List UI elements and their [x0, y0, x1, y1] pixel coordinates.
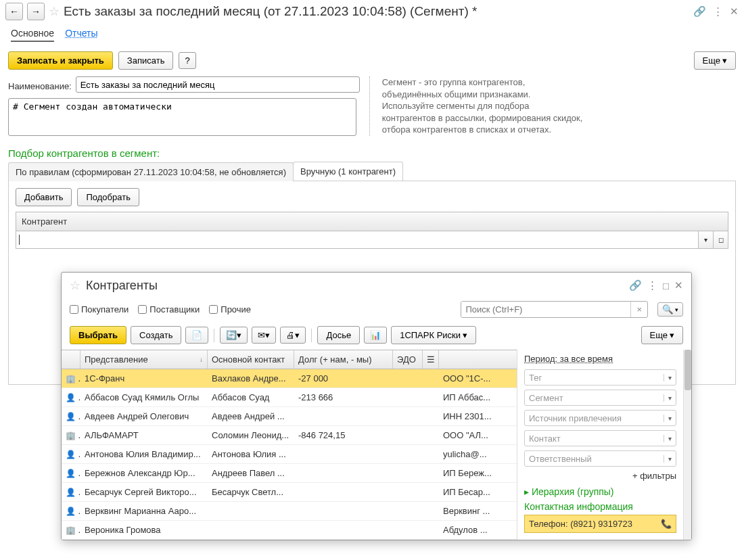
- select-button[interactable]: Выбрать: [70, 326, 126, 344]
- nav-back-button[interactable]: ←: [5, 3, 23, 20]
- cell-debt: -213 666: [294, 388, 393, 393]
- scrollbar[interactable]: [683, 350, 691, 393]
- dossier-button[interactable]: Досье: [317, 326, 360, 344]
- create-button[interactable]: Создать: [131, 326, 181, 344]
- spark-button[interactable]: 1СПАРК Риски▾: [391, 326, 476, 344]
- refresh-button[interactable]: 🔄▾: [220, 327, 248, 344]
- sort-down-icon: ↓: [200, 356, 203, 363]
- page-title: Есть заказы за последний месяц (от 27.11…: [64, 4, 689, 19]
- add-button[interactable]: Добавить: [16, 188, 72, 206]
- open-button[interactable]: ◻: [713, 231, 728, 248]
- table-row[interactable]: 👤Аббасов Суад Кямиль ОглыАббасов Суад-21…: [62, 388, 517, 393]
- dialog-more-button[interactable]: Еще▾: [641, 326, 683, 344]
- dialog-close-icon[interactable]: ✕: [674, 279, 683, 291]
- search-input[interactable]: [461, 302, 630, 317]
- filter-pane: Период: за все время Тег▾ Сегмент▾ Источ…: [517, 350, 683, 393]
- cell-contact: Вахлаков Андре...: [208, 369, 294, 388]
- cell-contact: Аббасов Суад: [208, 388, 294, 393]
- tab-main[interactable]: Основное: [11, 26, 54, 42]
- nav-forward-button[interactable]: →: [27, 3, 45, 20]
- other-checkbox[interactable]: Прочие: [209, 304, 251, 314]
- name-input[interactable]: [76, 76, 360, 93]
- pick-button[interactable]: Подобрать: [77, 188, 139, 206]
- link-icon[interactable]: 🔗: [693, 5, 706, 18]
- dialog-link-icon[interactable]: 🔗: [629, 279, 642, 291]
- chevron-down-icon: ▾: [675, 306, 678, 313]
- counterparty-input[interactable]: [20, 231, 141, 248]
- tab-reports[interactable]: Отчеты: [65, 26, 97, 42]
- grid-column-header: Контрагент: [16, 212, 728, 231]
- search-box: ×: [461, 301, 648, 318]
- building-icon: 🏢: [66, 374, 75, 383]
- subtab-rules[interactable]: По правилам (сформирован 27.11.2023 10:0…: [8, 162, 294, 181]
- close-icon[interactable]: ✕: [730, 5, 739, 18]
- dialog-title: Контрагенты: [86, 279, 624, 293]
- col-contact[interactable]: Основной контакт: [208, 350, 294, 369]
- dialog-kebab-icon[interactable]: ⋮: [647, 279, 657, 291]
- name-label: Наименование:: [8, 78, 72, 91]
- suppliers-checkbox[interactable]: Поставщики: [138, 304, 200, 314]
- chevron-down-icon: ▾: [463, 330, 467, 340]
- col-name[interactable]: Представление↓: [80, 350, 208, 369]
- cell-ext: ИП Аббас...: [439, 388, 505, 393]
- kebab-menu-icon[interactable]: ⋮: [713, 5, 723, 18]
- search-icon: 🔍: [662, 304, 674, 314]
- table-row[interactable]: 🏢1С-ФранчВахлаков Андре...-27 000ООО "1С…: [62, 369, 517, 388]
- section-title: Подбор контрагентов в сегмент:: [0, 141, 744, 162]
- period-link[interactable]: Период: за все время: [524, 354, 676, 364]
- help-button[interactable]: ?: [179, 52, 195, 69]
- subtab-manual[interactable]: Вручную (1 контрагент): [293, 162, 403, 181]
- search-clear-icon[interactable]: ×: [630, 302, 647, 317]
- col-icon[interactable]: [62, 350, 80, 369]
- col-edo[interactable]: ЭДО: [393, 350, 423, 369]
- cell-ext: ООО "1С-...: [439, 369, 505, 388]
- filter-tag[interactable]: Тег▾: [524, 369, 676, 386]
- print-button[interactable]: 🖨▾: [280, 327, 306, 344]
- description-textarea[interactable]: [8, 98, 356, 136]
- chevron-down-icon: ▾: [670, 330, 674, 340]
- col-ext[interactable]: [439, 350, 505, 369]
- chevron-down-icon: ▾: [722, 55, 727, 66]
- scrollbar-thumb[interactable]: [684, 350, 691, 390]
- favorite-star-icon[interactable]: ☆: [49, 4, 60, 19]
- search-button[interactable]: 🔍▾: [657, 302, 683, 317]
- chevron-down-icon[interactable]: ▾: [664, 374, 676, 381]
- tree-button[interactable]: 📊: [364, 327, 387, 344]
- dialog-star-icon[interactable]: ☆: [70, 278, 80, 293]
- counterparties-dialog: ☆ Контрагенты 🔗 ⋮ □ ✕ Покупатели Поставщ…: [61, 272, 692, 393]
- hint-text: Сегмент - это группа контрагентов, объед…: [382, 76, 585, 136]
- dropdown-button[interactable]: ▾: [698, 231, 713, 248]
- counterparties-grid: Представление↓ Основной контакт Долг (+ …: [62, 350, 517, 393]
- copy-button[interactable]: 📄: [185, 327, 208, 344]
- save-button[interactable]: Записать: [118, 51, 174, 70]
- mail-button[interactable]: ✉▾: [252, 327, 276, 344]
- filter-segment[interactable]: Сегмент▾: [524, 390, 676, 393]
- dialog-maximize-icon[interactable]: □: [663, 280, 669, 291]
- col-debt[interactable]: Долг (+ нам, - мы): [294, 350, 393, 369]
- cell-name: Аббасов Суад Кямиль Оглы: [80, 388, 208, 393]
- cell-name: 1С-Франч: [80, 369, 208, 388]
- more-button[interactable]: Еще▾: [694, 51, 736, 70]
- save-close-button[interactable]: Записать и закрыть: [8, 51, 113, 70]
- buyers-checkbox[interactable]: Покупатели: [70, 304, 129, 314]
- cell-edo: [393, 388, 423, 393]
- cell-edo: [393, 369, 423, 388]
- cell-debt: -27 000: [294, 369, 393, 388]
- col-list[interactable]: ☰: [423, 350, 439, 369]
